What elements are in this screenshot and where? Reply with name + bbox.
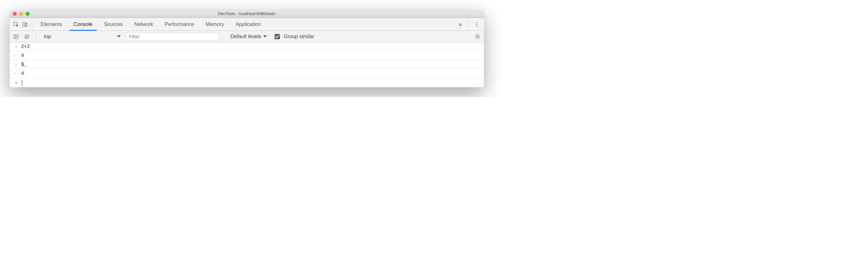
svg-point-4	[476, 24, 477, 25]
result-prompt-icon: ‹·	[13, 53, 19, 58]
chevron-down-icon	[117, 35, 121, 37]
devtools-tabs-row: Elements Console Sources Network Perform…	[10, 18, 484, 31]
svg-point-3	[476, 22, 477, 23]
tab-memory[interactable]: Memory	[200, 18, 230, 30]
settings-menu-button[interactable]	[471, 19, 482, 30]
tab-elements[interactable]: Elements	[35, 18, 68, 30]
window-title: DevTools - localhost:8080/web/	[10, 11, 484, 16]
traffic-lights	[10, 12, 30, 16]
console-toolbar: top Default levels Group similar	[10, 31, 484, 42]
chevron-down-icon	[263, 35, 267, 37]
devtools-window: DevTools - localhost:8080/web/ Elements …	[10, 10, 484, 87]
tab-label: Sources	[104, 22, 123, 27]
svg-rect-0	[14, 22, 17, 26]
console-input-row: › 2+2	[10, 42, 484, 51]
group-similar-label: Group similar	[284, 34, 314, 39]
input-prompt-icon: ›	[13, 44, 19, 50]
tab-application[interactable]: Application	[230, 18, 266, 30]
window-titlebar: DevTools - localhost:8080/web/	[10, 10, 484, 18]
console-result-row: ‹· 4	[10, 69, 484, 78]
toggle-drawer-icon[interactable]	[11, 32, 21, 41]
tab-console[interactable]: Console	[68, 18, 98, 30]
console-entry-text: $_	[19, 62, 27, 67]
svg-point-5	[476, 25, 477, 26]
svg-rect-6	[14, 35, 18, 38]
panel-tabs: Elements Console Sources Network Perform…	[35, 18, 455, 30]
input-prompt-icon: ›	[13, 80, 19, 86]
tab-network[interactable]: Network	[128, 18, 159, 30]
result-prompt-icon: ‹·	[13, 71, 19, 76]
context-selected-label: top	[44, 34, 51, 39]
console-input-row: › $_	[10, 60, 484, 69]
console-output: › 2+2 ‹· 4 › $_ ‹· 4 ›	[10, 42, 484, 87]
inspect-element-icon[interactable]	[11, 20, 21, 29]
overflow-glyph: »	[458, 21, 462, 28]
execution-context-select[interactable]: top	[41, 34, 124, 39]
console-filter-input[interactable]	[126, 32, 219, 41]
console-entry-text: 4	[19, 53, 24, 58]
close-window-button[interactable]	[13, 12, 17, 16]
svg-rect-2	[25, 23, 27, 26]
text-cursor	[22, 80, 22, 85]
tab-label: Elements	[41, 22, 62, 27]
log-levels-select[interactable]: Default levels	[227, 34, 270, 39]
tab-performance[interactable]: Performance	[159, 18, 200, 30]
more-tabs-button[interactable]: »	[455, 21, 466, 28]
console-settings-icon[interactable]	[473, 32, 482, 41]
tab-label: Console	[74, 22, 93, 27]
zoom-window-button[interactable]	[26, 12, 30, 16]
console-result-row: ‹· 4	[10, 51, 484, 60]
tab-label: Performance	[165, 22, 194, 27]
console-entry-text: 4	[19, 71, 24, 76]
device-toolbar-icon[interactable]	[21, 20, 30, 29]
group-similar-checkbox[interactable]	[275, 34, 280, 39]
console-live-prompt[interactable]: ›	[10, 78, 484, 87]
svg-point-10	[477, 36, 478, 37]
tab-label: Application	[236, 22, 260, 27]
console-input-area[interactable]	[19, 80, 22, 86]
divider	[32, 21, 32, 28]
divider	[468, 21, 469, 28]
input-prompt-icon: ›	[13, 62, 19, 67]
minimize-window-button[interactable]	[19, 12, 23, 16]
console-entry-text: 2+2	[19, 44, 30, 50]
tab-sources[interactable]: Sources	[98, 18, 128, 30]
tab-label: Memory	[206, 22, 224, 27]
tab-label: Network	[134, 22, 153, 27]
levels-label: Default levels	[230, 34, 261, 39]
clear-console-icon[interactable]	[23, 32, 31, 41]
svg-line-9	[26, 35, 29, 38]
svg-rect-1	[23, 23, 26, 26]
